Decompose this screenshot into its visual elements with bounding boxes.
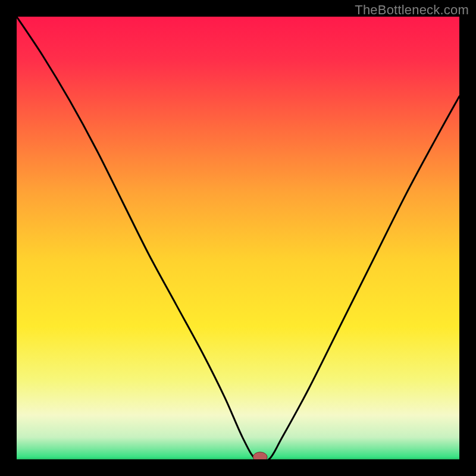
bottleneck-chart [17,17,459,459]
chart-frame: TheBottleneck.com [0,0,476,476]
plot-area [17,17,459,459]
gradient-background [17,17,459,459]
watermark-text: TheBottleneck.com [355,2,469,18]
optimum-marker [253,452,267,459]
